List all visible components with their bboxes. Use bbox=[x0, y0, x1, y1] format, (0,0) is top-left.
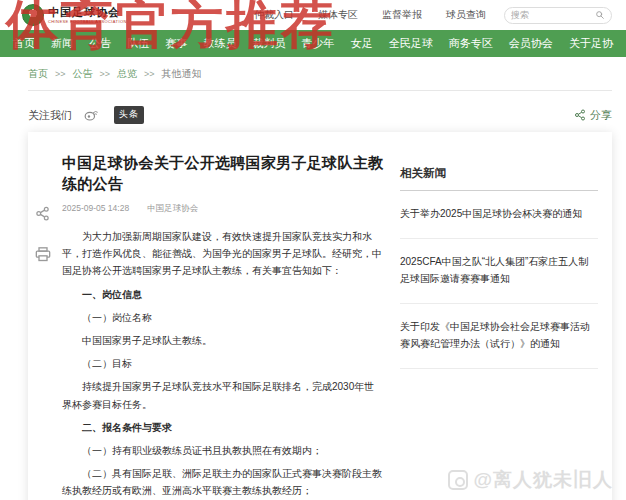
article-paragraph: （二）目标 bbox=[62, 355, 384, 372]
nav-item[interactable]: 青少年 bbox=[299, 30, 338, 57]
nav-item[interactable]: 队伍 bbox=[124, 30, 152, 57]
cfa-logo[interactable]: 中国足球协会 CHINESE FOOTBALL ASSOCIATION bbox=[22, 4, 127, 26]
article-paragraph: （一）持有职业级教练员证书且执教执照在有效期内； bbox=[62, 442, 384, 459]
article-paragraph: 二、报名条件与要求 bbox=[62, 419, 384, 436]
nav-item[interactable]: 裁判员 bbox=[249, 30, 288, 57]
cfa-logo-text: 中国足球协会 CHINESE FOOTBALL ASSOCIATION bbox=[48, 7, 127, 24]
article-title: 中国足球协会关于公开选聘国家男子足球队主教练的公告 bbox=[62, 152, 384, 194]
article-share-icon[interactable] bbox=[35, 206, 51, 225]
logo-title: 中国足球协会 bbox=[48, 7, 127, 18]
breadcrumb-item[interactable]: 总览 bbox=[93, 67, 138, 81]
follow-row: 关注我们 头条 分享 bbox=[28, 106, 612, 124]
nav-item[interactable]: 教练员 bbox=[200, 30, 239, 57]
article-paragraph: 持续提升国家男子足球队竞技水平和国际足联排名，完成2030年世界杯参赛目标任务。 bbox=[62, 378, 384, 412]
article: 中国足球协会关于公开选聘国家男子足球队主教练的公告 2025-09-05 14:… bbox=[62, 152, 384, 500]
nav-item[interactable]: 关于足协 bbox=[566, 30, 616, 57]
search-icon[interactable] bbox=[595, 10, 605, 20]
breadcrumb-item[interactable]: 首页 bbox=[28, 67, 48, 81]
related-news-list: 关于举办2025中国足球协会杯决赛的通知2025CFA中国之队“北人集团”石家庄… bbox=[400, 191, 598, 369]
search-box[interactable] bbox=[504, 7, 612, 24]
cfa-logo-icon bbox=[22, 4, 44, 26]
article-date: 2025-09-05 14:28 bbox=[62, 203, 129, 215]
weibo-icon[interactable] bbox=[84, 109, 98, 121]
nav-item[interactable]: 全民足球 bbox=[386, 30, 436, 57]
nav-item[interactable]: 会员协会 bbox=[506, 30, 556, 57]
nav-item[interactable]: 赛事 bbox=[162, 30, 190, 57]
breadcrumb-item[interactable]: 公告 bbox=[48, 67, 93, 81]
related-news-panel: 相关新闻 关于举办2025中国足球协会杯决赛的通知2025CFA中国之队“北人集… bbox=[400, 166, 598, 500]
related-news-link[interactable]: 关于印发《中国足球协会社会足球赛事活动赛风赛纪管理办法（试行）》的通知 bbox=[400, 304, 598, 369]
share-icon bbox=[574, 109, 586, 121]
print-icon[interactable] bbox=[35, 247, 51, 266]
article-paragraph: 为大力加强新周期国家队建设，有效快速提升国家队竞技实力和水平，打造作风优良、能征… bbox=[62, 228, 384, 280]
share-button[interactable]: 分享 bbox=[574, 108, 612, 123]
topbar-link[interactable]: 监督举报 bbox=[382, 8, 422, 22]
article-meta: 2025-09-05 14:28 中国足球协会 bbox=[62, 203, 384, 215]
topbar-link[interactable]: 球员查询 bbox=[446, 8, 486, 22]
article-paragraph: （二）具有国际足联、洲际足联主办的国家队正式赛事决赛阶段主教练执教经历或有欧洲、… bbox=[62, 465, 384, 499]
article-source: 中国足球协会 bbox=[147, 203, 198, 215]
follow-us-label: 关注我们 bbox=[28, 108, 72, 123]
article-body: 为大力加强新周期国家队建设，有效快速提升国家队竞技实力和水平，打造作风优良、能征… bbox=[62, 228, 384, 500]
toutiao-badge[interactable]: 头条 bbox=[114, 106, 144, 124]
article-tools bbox=[35, 206, 51, 266]
topbar-link[interactable]: 仲裁入口 bbox=[254, 8, 294, 22]
related-news-title: 相关新闻 bbox=[400, 166, 598, 191]
nav-item[interactable]: 商务专区 bbox=[446, 30, 496, 57]
breadcrumb-item[interactable]: 其他通知 bbox=[137, 67, 202, 81]
nav-item[interactable]: 公告 bbox=[86, 30, 114, 57]
logo-subtitle: CHINESE FOOTBALL ASSOCIATION bbox=[48, 20, 127, 24]
article-paragraph: （一）岗位名称 bbox=[62, 309, 384, 326]
related-news-link[interactable]: 关于举办2025中国足球协会杯决赛的通知 bbox=[400, 191, 598, 239]
topbar: 中国足球协会 CHINESE FOOTBALL ASSOCIATION 仲裁入口… bbox=[0, 0, 626, 30]
related-news-link[interactable]: 2025CFA中国之队“北人集团”石家庄五人制足球国际邀请赛赛事通知 bbox=[400, 239, 598, 304]
nav-item[interactable]: 女足 bbox=[348, 30, 376, 57]
content-card: 中国足球协会关于公开选聘国家男子足球队主教练的公告 2025-09-05 14:… bbox=[28, 132, 612, 500]
nav-item[interactable]: 新闻 bbox=[48, 30, 76, 57]
article-paragraph: 一、岗位信息 bbox=[62, 286, 384, 303]
topbar-link[interactable]: 媒体专区 bbox=[318, 8, 358, 22]
main-navigation: 首页新闻公告队伍赛事教练员裁判员青少年女足全民足球商务专区会员协会关于足协 bbox=[0, 30, 626, 57]
share-label: 分享 bbox=[590, 108, 612, 123]
topbar-links: 仲裁入口媒体专区监督举报球员查询 bbox=[254, 8, 486, 22]
article-paragraph: 中国国家男子足球队主教练。 bbox=[62, 332, 384, 349]
nav-item[interactable]: 首页 bbox=[10, 30, 38, 57]
search-input[interactable] bbox=[511, 10, 595, 20]
breadcrumb: 首页公告总览其他通知 bbox=[28, 67, 612, 91]
